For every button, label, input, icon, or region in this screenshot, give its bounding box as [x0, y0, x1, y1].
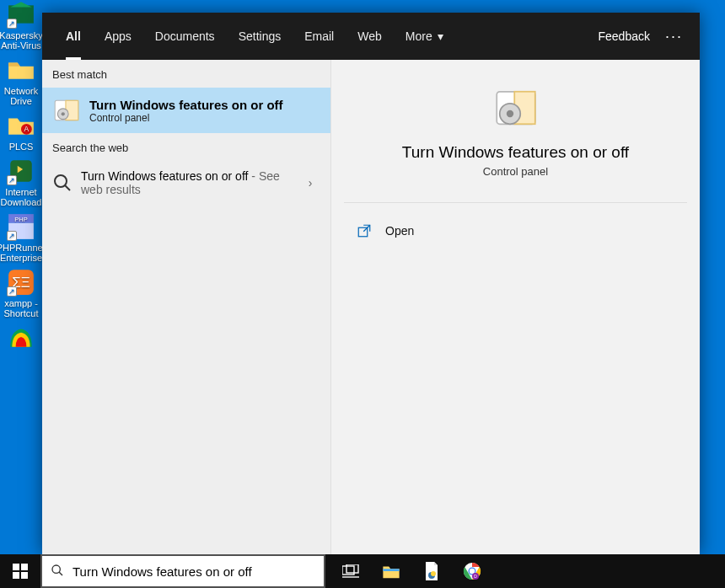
section-search-web: Search the web: [42, 133, 330, 161]
shortcut-arrow-icon: ↗: [7, 231, 17, 241]
app-icon: [7, 323, 35, 352]
svg-point-18: [506, 110, 513, 117]
section-best-match: Best match: [42, 60, 330, 88]
result-title: Turn Windows features on or off: [81, 169, 248, 183]
taskbar-search-box[interactable]: [40, 554, 325, 588]
desktop-icon-plcs[interactable]: A PLCS: [0, 111, 42, 152]
preview-actions: Open: [331, 203, 700, 259]
app-icon: ↗: [7, 157, 35, 185]
search-preview-pane: Turn Windows features on or off Control …: [330, 60, 700, 554]
svg-point-31: [431, 571, 436, 576]
tab-settings[interactable]: Settings: [227, 13, 293, 60]
desktop-label: Internet Download: [0, 187, 42, 207]
shortcut-arrow-icon: ↗: [7, 286, 17, 297]
svg-point-24: [52, 565, 60, 573]
tab-email[interactable]: Email: [293, 13, 346, 60]
windows-logo-icon: [13, 564, 28, 579]
svg-rect-29: [383, 569, 399, 571]
tab-more[interactable]: More ▾: [394, 13, 455, 60]
tab-all[interactable]: All: [54, 13, 93, 60]
open-icon: [357, 223, 372, 238]
program-box-icon: [492, 84, 540, 131]
svg-line-25: [59, 572, 62, 575]
search-icon: [52, 173, 72, 193]
task-view-button[interactable]: [330, 554, 371, 588]
chevron-right-icon: ›: [300, 176, 320, 190]
feedback-link[interactable]: Feedback: [599, 29, 650, 43]
folder-icon: [7, 56, 35, 84]
svg-text:D: D: [474, 574, 477, 579]
desktop-icon-kaspersky[interactable]: ↗ Kaspersky Anti-Virus: [0, 0, 42, 51]
preview-subtitle: Control panel: [483, 165, 548, 178]
result-title: Turn Windows features on or off: [89, 98, 320, 112]
desktop-label: xampp - Shortcut: [0, 298, 42, 318]
tab-web[interactable]: Web: [346, 13, 394, 60]
tab-documents[interactable]: Documents: [143, 13, 227, 60]
svg-text:PHP: PHP: [14, 216, 27, 223]
chevron-down-icon: ▾: [438, 29, 443, 43]
open-action[interactable]: Open: [340, 215, 691, 247]
search-body: Best match Turn Windows features on or o…: [42, 60, 700, 554]
desktop-label: PHPRunner Enterprise: [0, 243, 46, 263]
desktop-icon-xampp[interactable]: ΣΞ ↗ xampp - Shortcut: [0, 268, 42, 318]
desktop-label: PLCS: [9, 142, 34, 152]
open-label: Open: [385, 224, 414, 238]
svg-point-12: [62, 112, 65, 115]
desktop-icon-network[interactable]: Network Drive: [0, 56, 42, 106]
app-icon: ΣΞ ↗: [7, 268, 35, 297]
tab-apps[interactable]: Apps: [93, 13, 143, 60]
svg-text:A: A: [24, 125, 30, 133]
search-results-flyout: All Apps Documents Settings Email Web Mo…: [42, 13, 700, 554]
result-web-search[interactable]: Turn Windows features on or off - See we…: [42, 161, 330, 205]
taskbar-app-file-explorer[interactable]: [371, 554, 411, 588]
search-results-list: Best match Turn Windows features on or o…: [42, 60, 330, 554]
folder-icon: A: [7, 111, 35, 140]
taskbar-pinned-apps: D: [330, 554, 492, 588]
svg-rect-23: [21, 572, 28, 579]
svg-rect-21: [21, 564, 28, 570]
app-icon: PHP ↗: [7, 212, 35, 241]
shortcut-arrow-icon: ↗: [7, 19, 17, 29]
svg-rect-22: [13, 572, 19, 579]
program-box-icon: [52, 96, 81, 125]
desktop-icon-idm[interactable]: ↗ Internet Download: [0, 157, 42, 207]
svg-line-14: [65, 185, 70, 190]
svg-point-13: [55, 175, 67, 187]
search-filter-tabs: All Apps Documents Settings Email Web Mo…: [42, 13, 700, 60]
taskbar: D: [0, 554, 725, 588]
taskbar-app-chrome[interactable]: D: [452, 554, 492, 588]
preview-header: Turn Windows features on or off Control …: [344, 60, 687, 203]
desktop-icon-phprunner[interactable]: PHP ↗ PHPRunner Enterprise: [0, 212, 42, 263]
desktop-label: Kaspersky Anti-Virus: [0, 30, 43, 51]
search-icon: [51, 564, 64, 580]
desktop: ↗ Kaspersky Anti-Virus Network Drive A P…: [0, 0, 42, 354]
search-input[interactable]: [72, 564, 315, 579]
start-button[interactable]: [0, 554, 40, 588]
desktop-icon-bluestacks[interactable]: [0, 323, 42, 354]
preview-title: Turn Windows features on or off: [402, 143, 629, 162]
desktop-label: Network Drive: [0, 86, 42, 106]
taskbar-app-python-file[interactable]: [411, 554, 452, 588]
result-subtitle: Control panel: [89, 112, 320, 124]
tab-more-label: More: [405, 29, 432, 43]
svg-rect-20: [13, 564, 19, 570]
app-icon: ↗: [7, 0, 35, 29]
more-options-icon[interactable]: ···: [660, 28, 688, 45]
result-best-match[interactable]: Turn Windows features on or off Control …: [42, 88, 330, 133]
shortcut-arrow-icon: ↗: [7, 175, 17, 185]
